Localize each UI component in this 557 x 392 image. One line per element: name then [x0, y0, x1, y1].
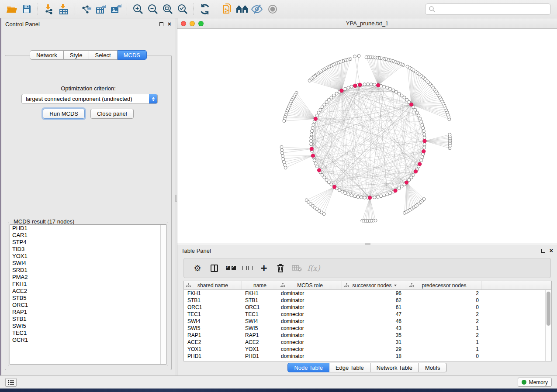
table-cell[interactable]: ORC1	[242, 304, 278, 311]
show-columns-icon[interactable]	[206, 260, 222, 276]
table-cell[interactable]: 47	[342, 311, 407, 318]
zoom-out-icon[interactable]	[145, 2, 160, 16]
close-panel-icon[interactable]: ×	[550, 249, 553, 253]
zoom-fit-icon[interactable]	[160, 2, 175, 16]
table-cell[interactable]: ORC1	[184, 304, 242, 311]
list-item[interactable]: GCR1	[10, 337, 166, 344]
table-cell[interactable]: SWI4	[184, 318, 242, 325]
table-cell[interactable]: 29	[342, 346, 407, 353]
table-cell[interactable]: ACE2	[184, 339, 242, 346]
table-cell[interactable]: dominator	[278, 318, 342, 325]
table-row[interactable]: ACE2ACE2connector311	[184, 339, 545, 346]
table-cell[interactable]: PHD1	[242, 353, 278, 360]
table-row[interactable]: TEC1TEC1connector472	[184, 311, 545, 318]
table-cell[interactable]: 1	[407, 339, 481, 346]
close-panel-button[interactable]: Close panel	[90, 109, 134, 119]
network-window-titlebar[interactable]: YPA_prune.txt_1	[177, 18, 557, 29]
network-canvas[interactable]	[177, 29, 557, 243]
scrollbar-thumb[interactable]	[547, 292, 550, 326]
table-cell[interactable]: YOX1	[242, 346, 278, 353]
tab-network[interactable]: Network	[30, 50, 64, 60]
column-header-shared-name[interactable]: shared name	[184, 281, 242, 289]
settings-gear-icon[interactable]: ⚙	[189, 260, 206, 276]
mcds-list-scrollbar[interactable]	[160, 225, 166, 364]
show-panels-list-icon[interactable]	[5, 378, 17, 387]
show-hidden-icon[interactable]	[264, 1, 281, 17]
import-network-icon[interactable]	[42, 2, 56, 16]
table-cell[interactable]: dominator	[278, 304, 342, 311]
table-cell[interactable]: 0	[407, 304, 481, 311]
table-row[interactable]: STB1STB1dominator620	[184, 297, 545, 304]
table-scrollbar[interactable]	[545, 290, 551, 361]
float-panel-icon[interactable]	[541, 249, 545, 253]
run-mcds-button[interactable]: Run MCDS	[43, 109, 85, 119]
table-row[interactable]: SWI5SWI5connector431	[184, 325, 545, 332]
table-cell[interactable]: dominator	[278, 297, 342, 304]
table-cell[interactable]: connector	[278, 339, 342, 346]
table-cell[interactable]: 0	[407, 353, 481, 360]
list-item[interactable]: STP4	[10, 239, 166, 246]
table-cell[interactable]: YOX1	[184, 346, 242, 353]
table-cell[interactable]: RAP1	[184, 332, 242, 339]
deselect-all-rows-icon[interactable]	[239, 260, 256, 276]
table-row[interactable]: ORC1ORC1dominator610	[184, 304, 545, 311]
export-network-icon[interactable]	[79, 2, 93, 16]
list-item[interactable]: RAP1	[10, 309, 166, 316]
list-item[interactable]: STB5	[10, 295, 166, 302]
tab-edge-table[interactable]: Edge Table	[329, 363, 370, 372]
table-cell[interactable]: TEC1	[184, 311, 242, 318]
table-cell[interactable]: STB1	[184, 297, 242, 304]
delete-column-icon[interactable]	[272, 260, 289, 276]
table-row[interactable]: RAP1RAP1dominator352	[184, 332, 545, 339]
search-network-icon[interactable]	[235, 2, 249, 16]
table-cell[interactable]: 2	[407, 311, 481, 318]
list-item[interactable]: SWI4	[10, 260, 166, 267]
table-cell[interactable]: 35	[342, 332, 407, 339]
table-row[interactable]: PHD1PHD1dominator180	[184, 353, 545, 360]
list-item[interactable]: CAR1	[10, 232, 166, 239]
tab-network-table[interactable]: Network Table	[370, 363, 419, 372]
delete-table-icon[interactable]	[289, 260, 305, 276]
function-builder-icon[interactable]: f(x)	[305, 260, 322, 276]
float-panel-icon[interactable]	[159, 22, 163, 26]
hide-selected-icon[interactable]	[249, 2, 264, 16]
tab-select[interactable]: Select	[89, 50, 118, 60]
table-row[interactable]: SWI4SWI4dominator462	[184, 318, 545, 325]
table-row[interactable]: FKH1FKH1dominator962	[184, 290, 545, 297]
column-header-MCDS-role[interactable]: MCDS role	[278, 281, 342, 289]
tab-motifs[interactable]: Motifs	[419, 363, 447, 372]
table-cell[interactable]: dominator	[278, 353, 342, 360]
list-item[interactable]: SRD1	[10, 267, 166, 274]
close-panel-icon[interactable]: ×	[168, 22, 171, 26]
apply-layout-icon[interactable]	[197, 2, 212, 16]
table-cell[interactable]: ACE2	[242, 339, 278, 346]
table-cell[interactable]: FKH1	[184, 290, 242, 297]
import-table-icon[interactable]	[56, 2, 71, 16]
list-item[interactable]: YOX1	[10, 253, 166, 260]
table-cell[interactable]: STB1	[242, 297, 278, 304]
table-cell[interactable]: SWI4	[242, 318, 278, 325]
list-item[interactable]: SWI5	[10, 323, 166, 330]
table-cell[interactable]: SWI5	[184, 325, 242, 332]
table-cell[interactable]: 0	[407, 297, 481, 304]
tab-style[interactable]: Style	[64, 50, 89, 60]
list-item[interactable]: STB1	[10, 316, 166, 323]
list-item[interactable]: TEC1	[10, 330, 166, 337]
table-cell[interactable]: 2	[407, 332, 481, 339]
search-input[interactable]	[425, 3, 551, 15]
zoom-in-icon[interactable]	[131, 2, 145, 16]
select-all-rows-icon[interactable]	[222, 260, 239, 276]
table-cell[interactable]: 61	[342, 304, 407, 311]
column-header-predecessor-nodes[interactable]: predecessor nodes	[407, 281, 481, 289]
table-cell[interactable]: dominator	[278, 290, 342, 297]
optimization-criterion-select[interactable]: largest connected component (undirected)	[21, 94, 158, 104]
table-cell[interactable]: 46	[342, 318, 407, 325]
table-cell[interactable]: connector	[278, 311, 342, 318]
open-file-icon[interactable]	[4, 2, 19, 16]
table-cell[interactable]: 62	[342, 297, 407, 304]
zoom-selected-icon[interactable]	[175, 2, 190, 16]
table-cell[interactable]: connector	[278, 325, 342, 332]
list-item[interactable]: PHD1	[10, 225, 166, 232]
tab-mcds[interactable]: MCDS	[118, 50, 147, 60]
table-cell[interactable]: 31	[342, 339, 407, 346]
